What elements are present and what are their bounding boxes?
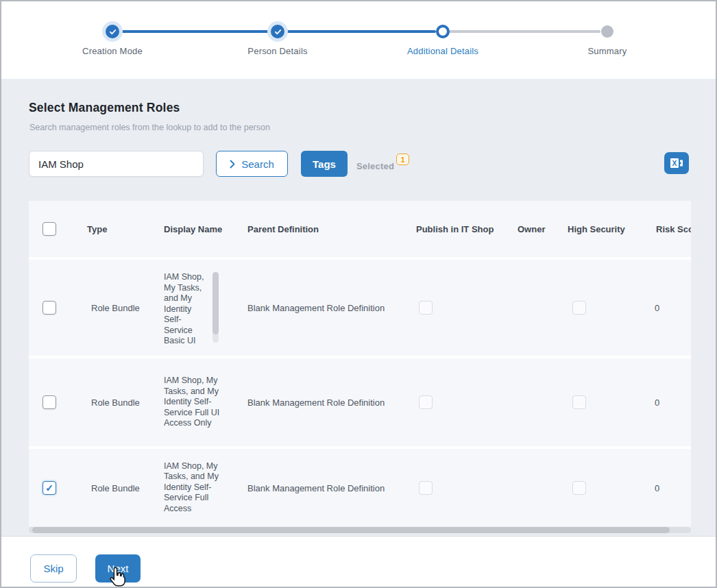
high-security-checkbox[interactable] <box>572 395 586 409</box>
cell-type: Role Bundle <box>91 482 140 493</box>
table-row[interactable]: Role Bundle IAM Shop, My Tasks, and My I… <box>29 358 691 446</box>
column-header-high-security: High Security <box>568 224 625 234</box>
step-label-person-details[interactable]: Person Details <box>209 46 346 56</box>
export-to-excel-button[interactable]: X <box>664 152 689 174</box>
row-select-checkbox[interactable] <box>42 395 56 409</box>
selected-count-badge: 1 <box>396 154 409 165</box>
search-button[interactable]: Search <box>216 151 288 177</box>
skip-button[interactable]: Skip <box>30 554 77 583</box>
step-person-details-check-icon[interactable] <box>271 25 284 38</box>
column-header-parent-definition: Parent Definition <box>247 224 319 234</box>
next-button[interactable]: Next <box>95 554 141 583</box>
selected-label: Selected <box>356 161 394 171</box>
selected-indicator: Selected 1 <box>356 154 409 171</box>
page-subtitle: Search management roles from the lookup … <box>29 123 270 132</box>
cell-parent-definition: Blank Management Role Definition <box>247 303 385 313</box>
horizontal-scrollbar-thumb[interactable] <box>32 527 670 533</box>
tags-button[interactable]: Tags <box>301 151 348 177</box>
footer-bar: Skip Next <box>1 536 716 587</box>
publish-in-it-shop-checkbox[interactable] <box>419 301 433 315</box>
stepper: Creation Mode Person Details Additional … <box>1 1 716 79</box>
cell-display-name: IAM Shop, My Tasks, and My Identity Self… <box>164 376 232 429</box>
stepper-line-3 <box>448 30 600 33</box>
svg-text:X: X <box>672 159 677 167</box>
cell-risk-score: 0 <box>655 303 659 313</box>
cell-parent-definition: Blank Management Role Definition <box>247 397 385 408</box>
row-select-checkbox[interactable] <box>42 301 56 315</box>
stepper-line-1 <box>118 30 271 33</box>
stepper-line-2 <box>283 30 436 33</box>
cell-type: Role Bundle <box>91 303 140 313</box>
cell-type: Role Bundle <box>91 397 140 408</box>
table-header-row: Type Display Name Parent Definition Publ… <box>29 201 691 257</box>
search-button-label: Search <box>241 158 274 170</box>
row-select-checkbox[interactable] <box>42 481 56 495</box>
display-name-scrollbar[interactable] <box>212 272 219 343</box>
step-additional-details-dot[interactable] <box>436 25 450 38</box>
step-label-creation-mode[interactable]: Creation Mode <box>44 46 181 56</box>
step-summary-dot <box>601 25 613 38</box>
publish-in-it-shop-checkbox[interactable] <box>419 481 433 495</box>
column-header-publish-in-it-shop: Publish in IT Shop <box>416 224 494 234</box>
cell-parent-definition: Blank Management Role Definition <box>247 482 385 493</box>
publish-in-it-shop-checkbox[interactable] <box>419 395 433 409</box>
cell-risk-score: 0 <box>655 482 659 493</box>
column-header-risk-score: Risk Score <box>656 224 691 234</box>
step-label-additional-details[interactable]: Additional Details <box>374 46 511 56</box>
column-header-display-name: Display Name <box>164 224 222 234</box>
search-input[interactable] <box>29 151 204 177</box>
horizontal-scrollbar-track[interactable] <box>29 527 691 533</box>
chevron-right-icon <box>230 160 235 169</box>
table-body: Role Bundle IAM Shop, My Tasks, and My I… <box>29 260 691 526</box>
column-header-type: Type <box>87 224 107 234</box>
cell-risk-score: 0 <box>655 397 659 408</box>
step-label-summary: Summary <box>539 46 676 56</box>
high-security-checkbox[interactable] <box>572 481 586 495</box>
page-title: Select Management Roles <box>29 101 180 115</box>
excel-export-icon: X <box>670 157 684 169</box>
wizard-page: Creation Mode Person Details Additional … <box>0 0 717 588</box>
management-roles-table: Type Display Name Parent Definition Publ… <box>29 201 691 526</box>
cell-display-name: IAM Shop, My Tasks, and My Identity Self… <box>164 272 208 343</box>
high-security-checkbox[interactable] <box>572 301 586 315</box>
cell-display-name: IAM Shop, My Tasks, and My Identity Self… <box>164 461 232 515</box>
column-header-owner: Owner <box>518 224 545 234</box>
table-row[interactable]: Role Bundle IAM Shop, My Tasks, and My I… <box>29 260 691 356</box>
select-all-checkbox[interactable] <box>42 222 56 236</box>
step-creation-mode-check-icon[interactable] <box>106 25 119 38</box>
table-row[interactable]: Role Bundle IAM Shop, My Tasks, and My I… <box>29 449 691 526</box>
